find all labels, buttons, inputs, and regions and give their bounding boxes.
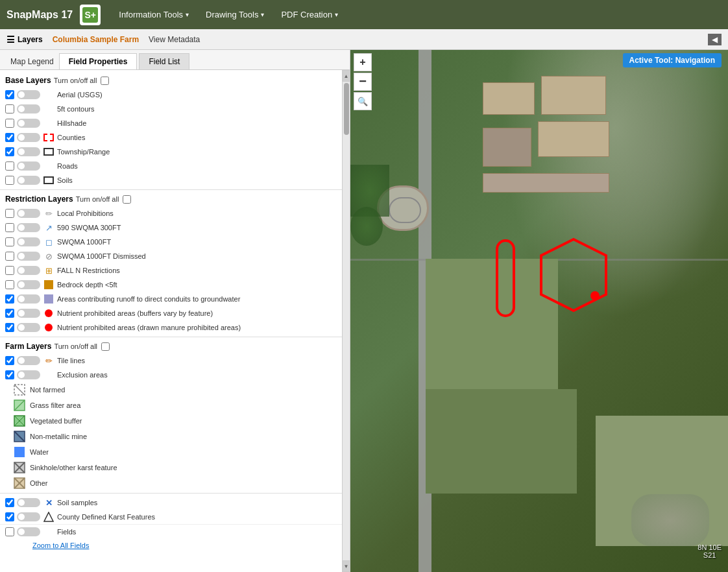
layer-township-toggle[interactable]: [17, 147, 40, 156]
scroll-track: [343, 82, 350, 560]
layer-nutrient-buffers-checkbox[interactable]: [5, 309, 14, 318]
layer-swqma-dismissed-toggle[interactable]: [17, 252, 40, 261]
layer-tile-lines-checkbox[interactable]: [5, 356, 14, 365]
view-metadata-link[interactable]: View Metadata: [149, 35, 200, 44]
water-label: Water: [30, 448, 337, 456]
layer-exclusion-checkbox[interactable]: [5, 370, 14, 379]
pencil-orange-icon: ✏: [45, 356, 53, 366]
layer-hillshade-checkbox[interactable]: [5, 119, 14, 128]
veg-2: [350, 207, 383, 246]
layer-590-toggle[interactable]: [17, 223, 40, 232]
red-circle-1-icon: [45, 309, 53, 317]
layer-county-karst: County Defined Karst Features: [0, 510, 342, 524]
scroll-thumb[interactable]: [344, 83, 349, 135]
layer-exclusion-toggle[interactable]: [17, 370, 40, 379]
coords-line2: S21: [698, 551, 722, 559]
layers-panel[interactable]: Base Layers Turn on/off all Aerial (USGS…: [0, 70, 342, 572]
layer-local-prohibitions-checkbox[interactable]: [5, 209, 14, 218]
layer-5ft-checkbox[interactable]: [5, 104, 14, 113]
base-layers-toggle-all[interactable]: [101, 77, 109, 85]
app-title: SnapMaps 17: [6, 9, 73, 21]
layer-counties-toggle[interactable]: [17, 133, 40, 142]
scroll-up-arrow[interactable]: ▲: [343, 70, 350, 82]
layers-icon: ☰: [6, 34, 15, 45]
layer-county-karst-toggle[interactable]: [17, 512, 40, 521]
layer-roads-toggle[interactable]: [17, 161, 40, 171]
layer-aerial-checkbox[interactable]: [5, 90, 14, 99]
nav-pdf-creation[interactable]: PDF Creation ▾: [276, 10, 343, 19]
layer-swqma-dismissed-checkbox[interactable]: [5, 252, 14, 261]
layer-runoff: Areas contributing runoff to direct cond…: [0, 292, 342, 306]
farm-layers-toggle-all[interactable]: [101, 342, 110, 351]
layer-soil-samples-checkbox[interactable]: [5, 498, 14, 507]
layer-bedrock-checkbox[interactable]: [5, 280, 14, 289]
layer-nutrient-buffers-toggle[interactable]: [17, 309, 40, 318]
tab-field-list[interactable]: Field List: [139, 53, 189, 69]
zoom-to-all-fields-link[interactable]: Zoom to All Fields: [32, 542, 89, 549]
nav-drawing-tools[interactable]: Drawing Tools ▾: [200, 10, 269, 19]
buildings-cluster: [483, 76, 613, 193]
sidebar-inner: Base Layers Turn on/off all Aerial (USGS…: [0, 70, 350, 572]
purple-square-icon: [44, 294, 53, 304]
layer-hillshade: Hillshade: [0, 116, 342, 130]
layer-county-karst-checkbox[interactable]: [5, 512, 14, 521]
layer-township-icon: [43, 146, 55, 158]
restriction-layers-toggle-all[interactable]: [123, 195, 131, 204]
layer-swqma-1000-toggle[interactable]: [17, 237, 40, 246]
layer-tile-lines-toggle[interactable]: [17, 356, 40, 365]
exclusion-grass-filter: Grass filter area: [0, 398, 342, 413]
scroll-down-arrow[interactable]: ▼: [343, 560, 350, 572]
farm-name[interactable]: Columbia Sample Farm: [53, 35, 139, 44]
nav-information-tools[interactable]: Information Tools ▾: [114, 10, 194, 19]
layer-county-karst-label: County Defined Karst Features: [57, 513, 337, 521]
layer-roads-checkbox[interactable]: [5, 161, 14, 171]
layer-bedrock-toggle[interactable]: [17, 280, 40, 289]
farm-layers-title: Farm Layers: [5, 342, 51, 351]
zoom-out-button[interactable]: −: [354, 73, 372, 91]
red-hexagon-svg: [535, 236, 613, 327]
layer-local-prohibitions-icon: ✏: [43, 208, 55, 219]
layer-fall-n-toggle[interactable]: [17, 266, 40, 275]
layer-local-prohibitions-toggle[interactable]: [17, 209, 40, 218]
layer-fall-n-checkbox[interactable]: [5, 266, 14, 275]
orange-square-icon: [44, 280, 53, 289]
layer-aerial-toggle[interactable]: [17, 90, 40, 99]
layer-swqma-1000-checkbox[interactable]: [5, 237, 14, 246]
layer-hillshade-label: Hillshade: [57, 119, 337, 127]
layer-soils: Soils: [0, 173, 342, 187]
layer-aerial-icon: [43, 89, 55, 101]
layer-fields-toggle[interactable]: [17, 527, 40, 536]
layer-soils-checkbox[interactable]: [5, 176, 14, 185]
layer-counties: Counties: [0, 130, 342, 145]
layer-township-label: Township/Range: [57, 148, 337, 156]
base-layers-title: Base Layers: [5, 76, 51, 85]
layer-soils-toggle[interactable]: [17, 176, 40, 185]
sep-1: [0, 189, 342, 190]
layer-fall-n: ⊞ FALL N Restrictions: [0, 263, 342, 278]
layer-runoff-toggle[interactable]: [17, 294, 40, 304]
layer-runoff-checkbox[interactable]: [5, 294, 14, 304]
layer-swqma-1000-icon: ◻: [43, 236, 55, 248]
layer-nutrient-manure-icon: [43, 322, 55, 333]
layer-hillshade-toggle[interactable]: [17, 119, 40, 128]
layer-nutrient-manure-toggle[interactable]: [17, 323, 40, 332]
layer-township-checkbox[interactable]: [5, 147, 14, 156]
sidebar-collapse-button[interactable]: ◀: [708, 34, 722, 45]
layer-590-checkbox[interactable]: [5, 223, 14, 232]
tab-map-legend[interactable]: Map Legend: [5, 53, 59, 69]
layer-fall-n-label: FALL N Restrictions: [57, 267, 337, 274]
layer-5ft-toggle[interactable]: [17, 104, 40, 113]
map-area[interactable]: + − 🔍 Active Tool: Navigation 8N 10E S21: [350, 50, 728, 572]
layer-nutrient-buffers-label: Nutrient prohibited areas (buffers vary …: [57, 309, 337, 317]
layer-fields-checkbox[interactable]: [5, 527, 14, 536]
layer-nutrient-manure-checkbox[interactable]: [5, 323, 14, 332]
layer-counties-checkbox[interactable]: [5, 133, 14, 142]
layer-soils-label: Soils: [57, 176, 337, 184]
layer-soil-samples-toggle[interactable]: [17, 498, 40, 507]
zoom-in-button[interactable]: +: [354, 53, 372, 71]
tab-field-properties[interactable]: Field Properties: [59, 53, 138, 69]
map-coordinates: 8N 10E S21: [698, 543, 722, 559]
map-search-button[interactable]: 🔍: [354, 92, 372, 110]
sidebar-scrollbar[interactable]: ▲ ▼: [342, 70, 350, 572]
layer-nutrient-manure-label: Nutrient prohibited areas (drawn manure …: [57, 324, 337, 331]
